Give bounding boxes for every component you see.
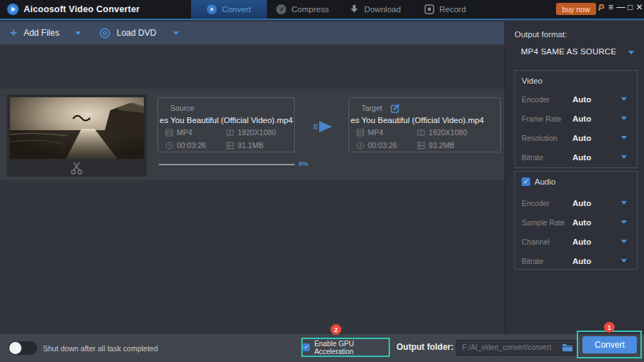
tab-label: Download bbox=[364, 5, 401, 14]
load-dvd-caret-icon[interactable] bbox=[173, 31, 179, 35]
source-size: 91.1MB bbox=[238, 141, 263, 150]
add-files-caret-icon[interactable] bbox=[75, 31, 81, 35]
tab-convert[interactable]: Convert bbox=[191, 0, 267, 19]
chevron-down-icon[interactable] bbox=[621, 201, 627, 205]
app-window: Aicoosoft Video Converter Convert Compre… bbox=[0, 0, 644, 362]
filesize-icon bbox=[226, 142, 234, 150]
source-resolution: 1920X1080 bbox=[238, 128, 276, 137]
audio-checkbox[interactable] bbox=[522, 177, 530, 186]
chevron-down-icon[interactable] bbox=[621, 259, 627, 263]
minimize-button[interactable]: — bbox=[616, 2, 625, 12]
setting-label: Bitrate bbox=[522, 153, 543, 162]
load-dvd-button[interactable]: Load DVD bbox=[117, 28, 156, 38]
convert-button[interactable]: Convert bbox=[582, 336, 637, 353]
annotation-badge-2: 2 bbox=[331, 324, 341, 335]
video-thumbnail[interactable] bbox=[7, 94, 147, 177]
menu-icon[interactable]: ≡ bbox=[606, 2, 615, 12]
format-icon bbox=[356, 129, 364, 137]
setting-value[interactable]: Auto bbox=[572, 153, 591, 162]
chevron-down-icon[interactable] bbox=[621, 220, 627, 224]
format-icon bbox=[165, 129, 173, 137]
target-filename: es You Beautiful (Official Video).mp4 bbox=[351, 116, 500, 124]
chevron-down-icon[interactable] bbox=[621, 155, 627, 159]
setting-value[interactable]: Auto bbox=[572, 134, 591, 142]
setting-label: Resolution bbox=[522, 134, 557, 142]
source-format: MP4 bbox=[177, 128, 192, 137]
chevron-down-icon[interactable] bbox=[621, 240, 627, 243]
resolution-icon bbox=[417, 129, 425, 137]
output-format-caret-icon[interactable] bbox=[628, 51, 634, 54]
promo-icon[interactable]: P bbox=[598, 3, 604, 13]
add-files-icon: + bbox=[10, 26, 17, 40]
target-size: 93.2MB bbox=[429, 141, 454, 150]
setting-label: Sample Rate bbox=[522, 218, 565, 227]
source-label: Source bbox=[170, 104, 194, 112]
convert-tab-icon bbox=[207, 4, 217, 14]
filesize-icon bbox=[417, 142, 425, 150]
maximize-button[interactable]: □ bbox=[625, 2, 635, 12]
progress-bar bbox=[159, 164, 295, 165]
target-resolution: 1920X1080 bbox=[429, 128, 467, 137]
tab-record[interactable]: Record bbox=[417, 0, 473, 19]
title-bar: Aicoosoft Video Converter Convert Compre… bbox=[0, 0, 644, 20]
setting-label: Frame Rate bbox=[522, 114, 561, 123]
duration-icon bbox=[165, 142, 173, 150]
chevron-down-icon[interactable] bbox=[621, 97, 627, 101]
toolbar: + Add Files Load DVD bbox=[0, 21, 504, 44]
shutdown-label: Shut down after all task completed bbox=[43, 344, 158, 353]
record-tab-icon bbox=[424, 4, 434, 14]
add-files-button[interactable]: Add Files bbox=[24, 28, 59, 38]
thumbnail-image bbox=[10, 97, 144, 159]
setting-label: Encoder bbox=[522, 199, 550, 207]
tab-compress[interactable]: Compress bbox=[269, 0, 336, 19]
target-duration: 00:03:26 bbox=[368, 141, 397, 150]
tab-download[interactable]: Download bbox=[342, 0, 408, 19]
gpu-label: Enable GPU Acceleration bbox=[314, 340, 389, 356]
output-settings-panel: Output format: MP4 SAME AS SOURCE Video … bbox=[504, 21, 644, 334]
video-settings-box: Video Encoder Auto Frame Rate Auto Resol… bbox=[514, 70, 638, 168]
tab-label: Convert bbox=[222, 5, 250, 14]
compress-tab-icon bbox=[276, 4, 286, 14]
edit-target-icon[interactable] bbox=[391, 104, 400, 113]
duration-icon bbox=[356, 142, 364, 150]
toggle-knob-icon bbox=[9, 342, 21, 354]
setting-value[interactable]: Auto bbox=[572, 199, 591, 207]
chevron-down-icon[interactable] bbox=[621, 136, 627, 140]
output-folder-label: Output folder: bbox=[396, 342, 454, 352]
video-section-title: Video bbox=[522, 77, 542, 85]
output-format-select[interactable]: MP4 SAME AS SOURCE bbox=[521, 47, 616, 56]
app-title: Aicoosoft Video Converter bbox=[24, 4, 140, 14]
bottom-bar: Shut down after all task completed Enabl… bbox=[0, 334, 644, 362]
app-logo-icon bbox=[7, 4, 19, 15]
close-button[interactable]: ✕ bbox=[635, 2, 644, 12]
target-label: Target bbox=[361, 104, 382, 112]
gpu-checkbox[interactable] bbox=[303, 343, 310, 351]
convert-arrow-icon bbox=[313, 118, 333, 135]
file-row: Source es You Beautiful (Official Video)… bbox=[0, 89, 504, 180]
output-folder-input[interactable]: F:/AI_video_convert/convert bbox=[456, 340, 577, 356]
gpu-acceleration-option[interactable]: Enable GPU Acceleration bbox=[301, 338, 390, 357]
setting-value[interactable]: Auto bbox=[572, 95, 591, 104]
target-format: MP4 bbox=[368, 128, 384, 137]
chevron-down-icon[interactable] bbox=[621, 117, 627, 120]
shutdown-toggle[interactable] bbox=[9, 341, 37, 355]
audio-section-title: Audio bbox=[535, 177, 555, 186]
download-tab-icon bbox=[349, 4, 359, 14]
tab-label: Record bbox=[439, 5, 466, 14]
target-info-box: Target es You Beautiful (Official Video)… bbox=[348, 97, 501, 152]
setting-value[interactable]: Auto bbox=[572, 218, 591, 227]
setting-value[interactable]: Auto bbox=[572, 114, 591, 123]
tab-label: Compress bbox=[291, 5, 328, 14]
progress-percent: 0% bbox=[298, 160, 308, 167]
trim-scissors-icon[interactable] bbox=[69, 162, 84, 175]
buy-now-button[interactable]: buy now bbox=[556, 3, 596, 15]
source-filename: es You Beautiful (Official Video).mp4 bbox=[160, 116, 294, 124]
audio-settings-box: Audio Encoder Auto Sample Rate Auto Chan… bbox=[514, 171, 638, 270]
setting-label: Bitrate bbox=[522, 257, 543, 265]
source-info-box: Source es You Beautiful (Official Video)… bbox=[157, 97, 295, 152]
resolution-icon bbox=[226, 129, 234, 137]
setting-value[interactable]: Auto bbox=[572, 238, 591, 246]
source-duration: 00:03:26 bbox=[177, 141, 206, 150]
setting-value[interactable]: Auto bbox=[572, 257, 591, 265]
browse-folder-icon[interactable] bbox=[562, 343, 573, 352]
